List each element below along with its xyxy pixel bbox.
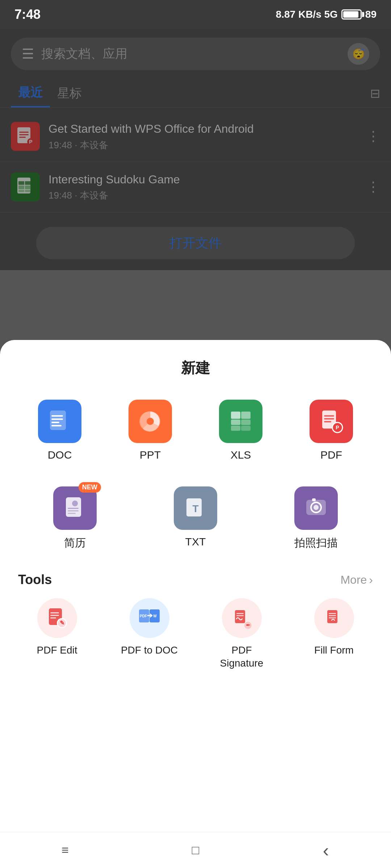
- more-dots-2[interactable]: ⋮: [366, 179, 380, 195]
- doc-icon-wrap-resume: NEW: [53, 486, 97, 530]
- scan-icon: [303, 495, 329, 521]
- status-icons: 8.87 KB/s 5G 89: [276, 9, 377, 20]
- doc-icon-wrap-scan: [294, 486, 338, 530]
- svg-point-19: [147, 418, 154, 425]
- svg-text:T: T: [192, 503, 198, 514]
- svg-rect-27: [324, 415, 334, 417]
- svg-rect-3: [19, 137, 26, 138]
- doc-icon-wrap-pdf: P: [310, 400, 353, 443]
- svg-rect-28: [324, 418, 334, 420]
- battery-icon: [341, 9, 362, 20]
- doc-label-scan: 拍照扫描: [294, 536, 338, 550]
- svg-rect-44: [50, 612, 59, 613]
- svg-rect-55: [235, 610, 245, 623]
- doc-label-ppt: PPT: [140, 449, 161, 461]
- file-thumb-xls: [11, 173, 40, 201]
- new-doc-resume[interactable]: NEW 简历: [14, 479, 135, 561]
- svg-rect-2: [19, 134, 29, 135]
- file-item-2[interactable]: Interesting Sudoku Game 19:48 · 本设备 ⋮: [0, 162, 391, 213]
- new-doc-scan[interactable]: 拍照扫描: [256, 479, 377, 561]
- nav-back-button[interactable]: ‹: [311, 836, 340, 865]
- new-doc-doc[interactable]: DOC: [14, 392, 105, 472]
- doc-file-icon: P: [16, 127, 35, 146]
- doc-label-resume: 简历: [64, 536, 86, 550]
- svg-rect-36: [68, 513, 76, 514]
- svg-rect-10: [25, 186, 31, 189]
- file-thumb-doc: P: [11, 122, 40, 151]
- network-info: 8.87 KB/s 5G: [276, 9, 338, 20]
- tool-fill-form[interactable]: Fill Form: [291, 598, 377, 670]
- nav-menu-button[interactable]: ≡: [51, 836, 80, 865]
- svg-rect-42: [312, 498, 316, 501]
- status-bar: 7:48 8.87 KB/s 5G 89: [0, 0, 391, 29]
- svg-rect-12: [25, 190, 31, 192]
- svg-text:✒: ✒: [246, 622, 251, 628]
- svg-rect-64: [329, 617, 336, 618]
- doc-icon-wrap-txt: T: [174, 486, 217, 530]
- tool-pdf-edit[interactable]: ✎ PDF Edit: [14, 598, 100, 670]
- doc-label-txt: TXT: [185, 536, 206, 548]
- file-info-1: Get Started with WPS Office for Android …: [49, 122, 358, 152]
- svg-text:PDF: PDF: [140, 614, 147, 618]
- tools-header: Tools More ›: [0, 565, 391, 595]
- svg-rect-24: [231, 426, 240, 431]
- pdf-icon: P: [319, 409, 344, 434]
- new-doc-grid-row1: DOC PPT: [0, 389, 391, 476]
- new-doc-ppt[interactable]: PPT: [105, 392, 196, 472]
- menu-icon[interactable]: ☰: [22, 46, 34, 62]
- svg-rect-62: [329, 613, 336, 614]
- svg-text:P: P: [29, 139, 32, 145]
- tabs-row: 最近 星标 ⊟: [0, 79, 391, 108]
- tab-recent[interactable]: 最近: [11, 79, 50, 107]
- fill-form-icon-wrap: [314, 598, 354, 638]
- svg-rect-15: [51, 418, 63, 420]
- svg-rect-46: [50, 617, 56, 618]
- background-content: ☰ 搜索文档、应用 😴 最近 星标 ⊟: [0, 29, 391, 270]
- svg-text:W: W: [153, 614, 157, 618]
- doc-icon-wrap-ppt: [129, 400, 172, 443]
- search-bar[interactable]: ☰ 搜索文档、应用 😴: [11, 38, 380, 70]
- battery-level: 89: [365, 9, 377, 20]
- tool-pdf-to-doc[interactable]: PDF W PDF to DOC: [107, 598, 192, 670]
- tools-more-button[interactable]: More ›: [340, 573, 373, 587]
- avatar-icon[interactable]: 😴: [348, 43, 369, 65]
- svg-rect-25: [241, 426, 251, 431]
- svg-rect-1: [19, 132, 29, 133]
- svg-rect-21: [241, 412, 251, 419]
- nav-home-icon: □: [192, 843, 199, 857]
- new-doc-pdf[interactable]: P PDF: [286, 392, 377, 472]
- open-file-button[interactable]: 打开文件: [36, 227, 355, 259]
- new-doc-txt[interactable]: T TXT: [135, 479, 256, 561]
- tool-label-pdf-edit: PDF Edit: [37, 644, 77, 657]
- svg-rect-14: [51, 415, 63, 417]
- doc-label-doc: DOC: [48, 449, 72, 461]
- nav-home-button[interactable]: □: [181, 836, 210, 865]
- txt-icon: T: [183, 495, 208, 521]
- file-info-2: Interesting Sudoku Game 19:48 · 本设备: [49, 172, 358, 202]
- doc-icon: [47, 409, 72, 434]
- file-item-1[interactable]: P Get Started with WPS Office for Androi…: [0, 111, 391, 162]
- doc-label-pdf: PDF: [320, 449, 342, 461]
- new-doc-xls[interactable]: XLS: [196, 392, 286, 472]
- resume-icon: [62, 495, 88, 521]
- svg-rect-61: [327, 610, 337, 623]
- svg-rect-17: [51, 425, 62, 426]
- file-name-2: Interesting Sudoku Game: [49, 172, 358, 187]
- svg-rect-16: [51, 422, 59, 423]
- open-file-btn-wrap: 打开文件: [0, 216, 391, 270]
- search-placeholder[interactable]: 搜索文档、应用: [41, 46, 340, 62]
- svg-rect-8: [25, 181, 31, 185]
- sheet-title: 新建: [0, 340, 391, 389]
- new-badge: NEW: [79, 482, 101, 493]
- filter-icon[interactable]: ⊟: [370, 86, 380, 101]
- svg-rect-11: [18, 190, 24, 192]
- bottom-sheet: 新建 DOC: [0, 340, 391, 868]
- pdf-signature-icon: ✒: [230, 607, 253, 630]
- search-bar-wrap: ☰ 搜索文档、应用 😴: [0, 29, 391, 79]
- svg-rect-29: [324, 421, 331, 422]
- tab-starred[interactable]: 星标: [50, 79, 89, 107]
- new-doc-grid-row2: NEW 简历 T TXT: [0, 476, 391, 565]
- fill-form-icon: [322, 607, 346, 630]
- more-dots-1[interactable]: ⋮: [366, 128, 380, 144]
- tool-pdf-signature[interactable]: ✒ PDFSignature: [199, 598, 284, 670]
